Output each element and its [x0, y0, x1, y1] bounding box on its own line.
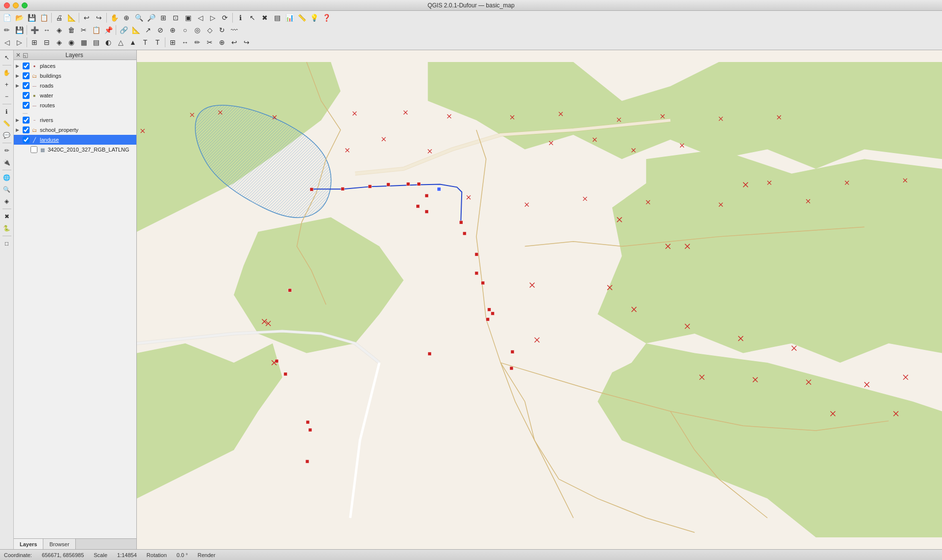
plugin-btn-1[interactable]: ⊞: [29, 36, 40, 48]
measure-lt-button[interactable]: 📏: [1, 118, 12, 129]
zoom-in-button[interactable]: 🔍: [133, 12, 145, 24]
python-lt-button[interactable]: 🐍: [1, 223, 12, 234]
node-tool-button[interactable]: ◈: [53, 24, 65, 36]
annotation-lt-button[interactable]: 💬: [1, 130, 12, 141]
zoom-in-lt-button[interactable]: +: [1, 79, 12, 90]
layer-item-water[interactable]: ■ water: [14, 91, 136, 100]
add-feature-button[interactable]: ➕: [29, 24, 40, 36]
plugin-btn-14[interactable]: ✏: [191, 36, 203, 48]
new-project-button[interactable]: 📄: [1, 12, 13, 24]
raster-checkbox[interactable]: [31, 146, 37, 153]
plugin-btn-10[interactable]: T: [139, 36, 151, 48]
box-lt-button[interactable]: □: [1, 238, 12, 249]
routes-checkbox[interactable]: [23, 102, 30, 109]
statistical-summary-button[interactable]: 📊: [283, 12, 295, 24]
plugin-btn-5[interactable]: ▦: [78, 36, 90, 48]
ring-button[interactable]: ○: [179, 24, 191, 36]
panel-float-icon[interactable]: ◱: [23, 52, 28, 59]
paste-features-button[interactable]: 📌: [102, 24, 114, 36]
split-button[interactable]: ⊘: [155, 24, 166, 36]
save-as-button[interactable]: 📋: [38, 12, 50, 24]
digitize-button[interactable]: 📐: [130, 24, 142, 36]
search-lt-button[interactable]: 🔍: [1, 184, 12, 195]
rotate-button[interactable]: ↻: [216, 24, 228, 36]
tab-layers[interactable]: Layers: [14, 539, 43, 549]
zoom-last-button[interactable]: ◁: [194, 12, 206, 24]
pan-to-selection-button[interactable]: ⊕: [121, 12, 132, 24]
feature-button[interactable]: ◈: [1, 196, 12, 207]
undo-button[interactable]: ↩: [81, 12, 93, 24]
back-button[interactable]: ◁: [1, 36, 13, 48]
map-canvas[interactable]: [137, 50, 942, 549]
forward-button[interactable]: ▷: [13, 36, 25, 48]
zoom-next-button[interactable]: ▷: [207, 12, 219, 24]
tip-button[interactable]: 💡: [308, 12, 320, 24]
buildings-checkbox[interactable]: [23, 72, 30, 79]
layer-item-roads[interactable]: ▶ — roads: [14, 81, 136, 91]
refresh-button[interactable]: ⟳: [219, 12, 231, 24]
plugins-lt-button[interactable]: 🔌: [1, 157, 12, 168]
expand-buildings-icon[interactable]: ▶: [16, 73, 23, 78]
select-button[interactable]: ↖: [247, 12, 258, 24]
save-layer-button[interactable]: 💾: [13, 24, 25, 36]
digitize-lt-button[interactable]: ✏: [1, 145, 12, 156]
school-checkbox[interactable]: [23, 126, 30, 133]
measure-button[interactable]: 📏: [296, 12, 308, 24]
print-button[interactable]: 🖨: [53, 12, 65, 24]
reshape-button[interactable]: ↗: [142, 24, 154, 36]
touch-select-button[interactable]: ↖: [1, 52, 12, 63]
redo-button[interactable]: ↪: [93, 12, 105, 24]
plugin-btn-9[interactable]: ▲: [127, 36, 139, 48]
snapping-button[interactable]: 🔗: [118, 24, 129, 36]
plugin-btn-6[interactable]: ▤: [90, 36, 102, 48]
layer-item-school-property[interactable]: ▶ 🗂 school_property: [14, 125, 136, 135]
plugin-btn-12[interactable]: ⊞: [167, 36, 179, 48]
copy-features-button[interactable]: 📋: [90, 24, 102, 36]
expand-places-icon[interactable]: ▶: [16, 63, 23, 68]
identify-button[interactable]: ℹ: [234, 12, 246, 24]
plugin-btn-13[interactable]: ↔: [179, 36, 191, 48]
pan-map-button[interactable]: ✋: [108, 12, 120, 24]
layer-item-places[interactable]: ▶ ● places: [14, 61, 136, 71]
panel-close-icon[interactable]: ✕: [16, 52, 21, 59]
zoom-out-lt-button[interactable]: −: [1, 91, 12, 102]
pan-button[interactable]: ✋: [1, 67, 12, 78]
roads-checkbox[interactable]: [23, 82, 30, 89]
plugin-btn-18[interactable]: ↪: [241, 36, 252, 48]
part-button[interactable]: ◎: [191, 24, 203, 36]
minimize-button[interactable]: [13, 2, 19, 8]
close-button[interactable]: [4, 2, 10, 8]
plugin-btn-4[interactable]: ◉: [65, 36, 77, 48]
layer-item-rivers[interactable]: ▶ ~ rivers: [14, 115, 136, 125]
open-project-button[interactable]: 📂: [13, 12, 25, 24]
zoom-out-button[interactable]: 🔎: [145, 12, 157, 24]
plugin-btn-16[interactable]: ⊕: [216, 36, 228, 48]
maximize-button[interactable]: [22, 2, 28, 8]
zoom-to-layer-button[interactable]: ▣: [182, 12, 194, 24]
toggle-editing-button[interactable]: ✏: [1, 24, 13, 36]
expand-roads-icon[interactable]: ▶: [16, 83, 23, 88]
tab-browser[interactable]: Browser: [43, 539, 75, 549]
plugin-btn-2[interactable]: ⊟: [41, 36, 53, 48]
layer-item-routes[interactable]: — routes: [14, 100, 136, 110]
plugin-btn-7[interactable]: ◐: [102, 36, 114, 48]
zoom-to-selection-button[interactable]: ⊡: [170, 12, 182, 24]
plugin-btn-8[interactable]: △: [115, 36, 126, 48]
deselect-button[interactable]: ✖: [259, 12, 271, 24]
layer-item-raster[interactable]: ▦ 3420C_2010_327_RGB_LATLNG: [14, 145, 136, 155]
expand-school-icon[interactable]: ▶: [16, 127, 23, 132]
delete-selected-button[interactable]: 🗑: [65, 24, 77, 36]
landuse-checkbox[interactable]: [23, 136, 30, 143]
merge-button[interactable]: ⊕: [167, 24, 179, 36]
layer-item-landuse[interactable]: ╱ landuse: [14, 135, 136, 145]
water-checkbox[interactable]: [23, 92, 30, 99]
zoom-full-button[interactable]: ⊞: [157, 12, 169, 24]
layer-item-buildings[interactable]: ▶ 🗂 buildings: [14, 71, 136, 81]
vertex-button[interactable]: ◇: [204, 24, 216, 36]
cut-features-button[interactable]: ✂: [78, 24, 90, 36]
plugin-btn-3[interactable]: ◈: [53, 36, 65, 48]
plugin-btn-11[interactable]: T: [152, 36, 163, 48]
print-composer-button[interactable]: 📐: [65, 12, 77, 24]
open-table-button[interactable]: ▤: [271, 12, 283, 24]
globe-button[interactable]: 🌐: [1, 172, 12, 183]
